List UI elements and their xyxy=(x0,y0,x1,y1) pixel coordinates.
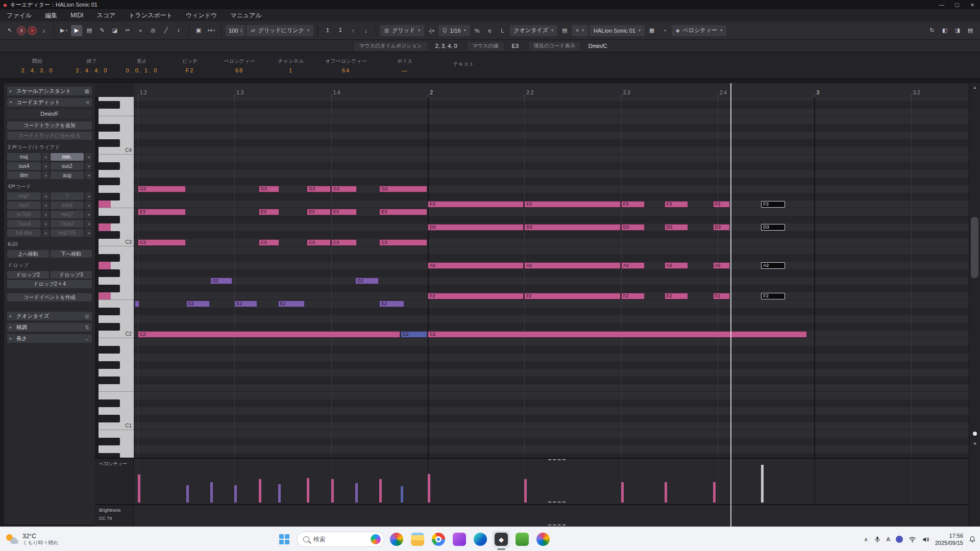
window-zones-setup[interactable]: ▤ xyxy=(965,25,976,36)
velocity-bar[interactable] xyxy=(761,465,764,503)
info-value[interactable]: 68 xyxy=(235,67,243,73)
add-chord-track-button[interactable]: コードトラックを追加 xyxy=(7,121,92,130)
piano-key-d3[interactable] xyxy=(99,223,134,231)
velocity-bar[interactable] xyxy=(331,479,334,503)
scroll-up-icon[interactable]: ▲ xyxy=(969,83,980,91)
link-to-grid[interactable]: ⇄グリッドにリンク▾ xyxy=(247,25,313,36)
drop-2-4-button[interactable]: ドロップ2 + 4 xyxy=(7,280,92,288)
piano-key-cs2[interactable] xyxy=(99,323,134,331)
weather-widget[interactable]: 32°C くもり時々晴れ xyxy=(6,527,59,551)
midi-note-e2[interactable]: E2 xyxy=(186,300,210,307)
create-chord-event-button[interactable]: コードイベントを作成 xyxy=(7,293,92,302)
midi-note-a2[interactable]: A2 xyxy=(665,262,688,269)
chord-listen-arrow-icon[interactable]: ▸ xyxy=(42,162,49,170)
tool-line[interactable]: ╱ xyxy=(160,25,172,36)
piano-key-g1[interactable] xyxy=(99,369,134,377)
section-transpose[interactable]: ▸ 移調 ⇅ xyxy=(7,323,92,332)
chord-type-dim[interactable]: dim xyxy=(7,171,41,179)
show-left-zone[interactable]: ◧ xyxy=(939,25,950,36)
piano-key-c2[interactable]: C2 xyxy=(99,331,134,338)
midi-note-f3[interactable]: F3 xyxy=(713,201,730,208)
chord-type-7[interactable]: 7 xyxy=(51,192,84,200)
velocity-bar[interactable] xyxy=(428,474,430,503)
tray-overflow-icon[interactable]: ∧ xyxy=(864,536,868,543)
midi-note-g2[interactable]: G2 xyxy=(355,278,379,284)
section-chord-editing[interactable]: ▾ コードエディット ≡ xyxy=(7,98,92,107)
match-chord-track-button[interactable]: コードトラックに合わせる xyxy=(7,132,92,140)
piano-key-ds4[interactable] xyxy=(99,124,134,132)
midi-note-d3[interactable]: D3 xyxy=(524,224,620,231)
mic-icon[interactable] xyxy=(874,536,881,543)
piano-key-a2[interactable] xyxy=(99,262,134,269)
velocity-bar[interactable] xyxy=(524,479,527,503)
scrollbar-thumb[interactable] xyxy=(971,217,978,278)
taskbar-app-file-explorer[interactable] xyxy=(409,531,426,548)
chord-type-min-[interactable]: min. xyxy=(51,153,84,161)
velocity-bar[interactable] xyxy=(621,482,624,503)
event-colors[interactable]: ◆ベロシティー▾ xyxy=(672,25,726,36)
piano-key-gs3[interactable] xyxy=(99,178,134,185)
chord-listen-arrow-icon[interactable]: ▸ xyxy=(85,220,92,228)
midi-note-e2[interactable]: E2 xyxy=(278,300,305,307)
midi-note-f3[interactable]: F3 xyxy=(428,201,524,208)
velocity-bar[interactable] xyxy=(307,478,309,503)
solo-editor[interactable]: s xyxy=(17,26,26,35)
info-value[interactable]: 2. 4. 3. 0 xyxy=(21,67,54,73)
midi-note-c3[interactable]: C3 xyxy=(331,239,357,246)
info-value[interactable]: F2 xyxy=(186,67,194,73)
velocity-bar[interactable] xyxy=(259,479,261,503)
piano-key-a3[interactable] xyxy=(99,170,134,178)
chord-listen-arrow-icon[interactable]: ▸ xyxy=(42,229,49,237)
quantize-apply[interactable]: クオンタイズ▾ xyxy=(510,25,558,36)
velocity-lane[interactable] xyxy=(134,458,969,504)
midi-note-f2[interactable]: F2 xyxy=(524,293,620,299)
length-quantize[interactable]: L xyxy=(497,25,508,36)
midi-note-e3[interactable]: E3 xyxy=(307,209,330,215)
taskbar-app-minecraft[interactable] xyxy=(513,531,531,548)
chord-listen-arrow-icon[interactable]: ▸ xyxy=(85,211,92,218)
midi-note-f2[interactable]: F2 xyxy=(665,293,688,299)
velocity-bar[interactable] xyxy=(379,479,382,503)
midi-note-a2[interactable]: A2 xyxy=(621,262,645,269)
midi-note-e3[interactable]: E3 xyxy=(379,209,427,215)
taskbar-search[interactable]: 検索 xyxy=(297,532,384,547)
spinner-arrows-icon[interactable]: ▴▾ xyxy=(240,28,242,33)
piano-key-gs1[interactable] xyxy=(99,361,134,369)
note-expression-data[interactable]: ▦ xyxy=(646,25,657,36)
chord-listen-arrow-icon[interactable]: ▸ xyxy=(85,229,92,237)
menu-item-edit[interactable]: 編集 xyxy=(38,11,64,20)
lane-resize-handle[interactable] xyxy=(548,459,566,460)
chord-listen-arrow-icon[interactable]: ▸ xyxy=(42,153,49,161)
piano-key-g4[interactable] xyxy=(99,97,134,101)
chord-listen-arrow-icon[interactable]: ▸ xyxy=(85,162,92,170)
chord-type-min7[interactable]: min7 xyxy=(7,202,41,209)
midi-note-e2[interactable]: E2 xyxy=(234,300,257,307)
midi-note-c3[interactable]: C3 xyxy=(259,239,280,246)
tool-buttons-setup[interactable]: ▶ xyxy=(58,25,69,36)
velocity-bar[interactable] xyxy=(138,474,140,503)
tool-range-selection[interactable]: ▤ xyxy=(84,25,95,36)
velocity-bar[interactable] xyxy=(401,486,403,503)
midi-note-f2[interactable]: F2 xyxy=(713,293,730,299)
info-value[interactable]: 64 xyxy=(342,67,350,73)
piano-key-d2[interactable] xyxy=(99,315,134,323)
chord-listen-arrow-icon[interactable]: ▸ xyxy=(42,192,49,200)
midi-note-d3[interactable]: D3 xyxy=(713,224,730,231)
midi-input[interactable]: e xyxy=(484,25,496,36)
nudge-settings[interactable]: 100▴▾ xyxy=(226,25,245,36)
info-value[interactable]: 2. 4. 4. 0 xyxy=(76,67,108,73)
piano-key-c4[interactable]: C4 xyxy=(99,147,134,155)
info-value[interactable]: ― xyxy=(402,67,408,73)
velocity-bar[interactable] xyxy=(713,482,716,503)
midi-note-g3[interactable]: G3 xyxy=(138,186,186,192)
time-format[interactable]: ◔ xyxy=(659,25,670,36)
piano-key-b0[interactable] xyxy=(99,430,134,438)
chord-type-maj[interactable]: maj xyxy=(7,153,41,161)
piano-key-e1[interactable] xyxy=(99,392,134,399)
piano-key-f3[interactable] xyxy=(99,201,134,208)
piano-key-fs2[interactable] xyxy=(99,285,134,292)
midi-note-d3[interactable]: D3 xyxy=(621,224,645,231)
chord-type-sus4[interactable]: sus4 xyxy=(7,162,41,170)
piano-key-d1[interactable] xyxy=(99,407,134,415)
menu-item-manual[interactable]: マニュアル xyxy=(224,11,268,20)
